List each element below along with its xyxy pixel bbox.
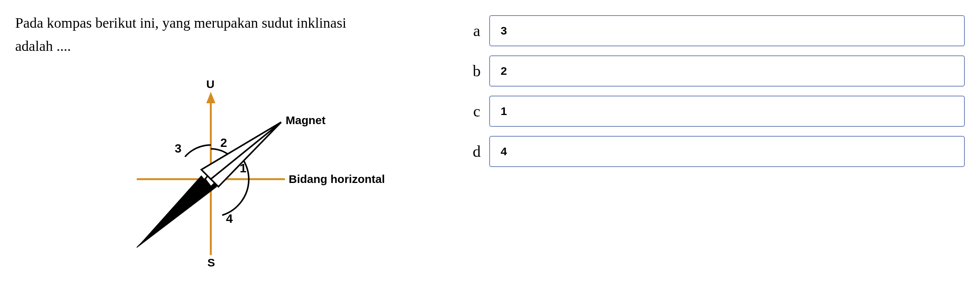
- compass-diagram: U S Magnet Bidang horizontal 1 2 3 4: [114, 69, 387, 266]
- diagram-wrapper: U S Magnet Bidang horizontal 1 2 3 4: [15, 69, 441, 266]
- angle-label-3: 3: [175, 142, 181, 155]
- option-a-row: a 3: [471, 15, 965, 46]
- option-b-box[interactable]: 2: [489, 55, 965, 87]
- option-a-text: 3: [501, 24, 507, 37]
- option-b-letter: b: [471, 62, 482, 80]
- label-u: U: [206, 78, 215, 90]
- option-c-row: c 1: [471, 96, 965, 127]
- options-column: a 3 b 2 c 1 d 4: [471, 11, 965, 266]
- label-s: S: [207, 256, 215, 266]
- option-d-box[interactable]: 4: [489, 136, 965, 167]
- arc-3: [185, 145, 211, 157]
- arc-4: [222, 179, 249, 215]
- option-d-text: 4: [501, 145, 507, 157]
- option-a-box[interactable]: 3: [489, 15, 965, 46]
- option-a-letter: a: [471, 22, 482, 40]
- option-c-box[interactable]: 1: [489, 96, 965, 127]
- angle-label-1: 1: [240, 161, 247, 175]
- question-text: Pada kompas berikut ini, yang merupakan …: [15, 11, 441, 58]
- option-b-text: 2: [501, 65, 507, 77]
- label-magnet: Magnet: [286, 114, 326, 127]
- option-d-row: d 4: [471, 136, 965, 167]
- question-line-1: Pada kompas berikut ini, yang merupakan …: [15, 15, 347, 31]
- angle-label-4: 4: [226, 212, 233, 225]
- option-d-letter: d: [471, 143, 482, 160]
- options-list: a 3 b 2 c 1 d 4: [471, 15, 965, 167]
- needle-north-bottom: [211, 122, 281, 187]
- option-b-row: b 2: [471, 55, 965, 87]
- label-horizontal: Bidang horizontal: [289, 173, 385, 185]
- option-c-text: 1: [501, 105, 507, 117]
- question-line-2: adalah ....: [15, 38, 71, 54]
- option-c-letter: c: [471, 102, 482, 120]
- question-column: Pada kompas berikut ini, yang merupakan …: [15, 11, 441, 266]
- arrow-up-icon: [206, 92, 215, 103]
- angle-label-2: 2: [220, 136, 227, 150]
- needle-south-2: [137, 175, 211, 247]
